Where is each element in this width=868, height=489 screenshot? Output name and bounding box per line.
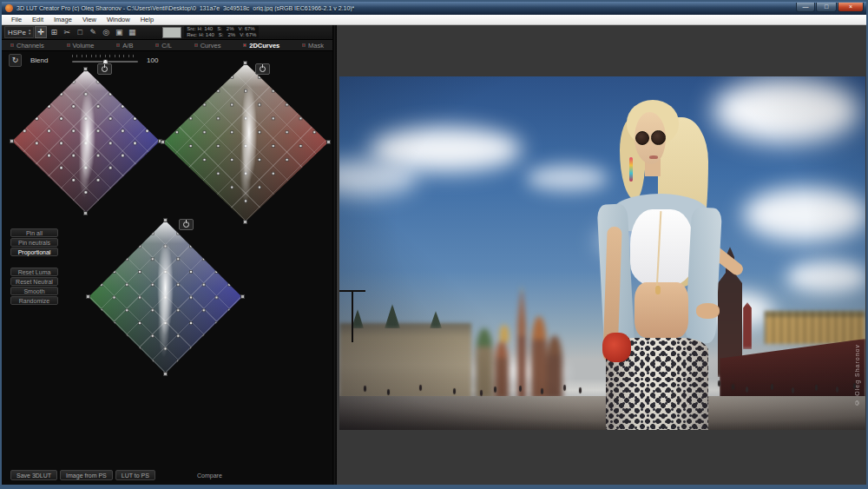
- tab-bullet-icon: [243, 43, 247, 47]
- green-blue-grid-surface[interactable]: [89, 221, 242, 373]
- tab-bar: Channels Volume A/B C/L Curves 2DCurves …: [2, 40, 332, 51]
- power-toggle-red-blue[interactable]: [97, 63, 112, 75]
- blend-value: 100: [147, 56, 158, 64]
- watermark: © Oleg Sharonov: [854, 344, 860, 406]
- proportional-button[interactable]: Proportional: [10, 248, 58, 256]
- menu-view[interactable]: View: [77, 16, 102, 23]
- power-icon: [102, 66, 108, 72]
- grid-handle[interactable]: [163, 218, 168, 222]
- power-toggle-green-blue[interactable]: [179, 219, 194, 230]
- color-readout: Src: H: 140 S: 2% V: 67% Rec: H: 140 S: …: [184, 26, 259, 38]
- mode-spinner[interactable]: ▴ ▾: [29, 29, 30, 36]
- randomize-button[interactable]: Randomize: [10, 296, 58, 305]
- image-from-ps-button[interactable]: Image from PS: [60, 470, 113, 480]
- move-tool-icon[interactable]: ✛: [35, 26, 47, 38]
- menu-file[interactable]: File: [6, 16, 27, 23]
- close-button[interactable]: ×: [838, 3, 864, 12]
- source-hsv-readout: Src: H: 140 S: 2% V: 67%: [187, 26, 256, 32]
- red-blue-grid-surface[interactable]: [12, 69, 160, 213]
- lut-to-ps-button[interactable]: LUT to PS: [115, 470, 155, 480]
- tab-2dcurves[interactable]: 2DCurves: [243, 42, 279, 50]
- pin-buttons-group: Pin all Pin neutrals Proportional Reset …: [10, 228, 58, 306]
- menu-bar: File Edit Image View Window Help: [2, 15, 866, 25]
- mode-label: HSPe: [8, 29, 26, 36]
- tab-curves[interactable]: Curves: [194, 42, 221, 50]
- window-title: 3D LUT Creator Pro (c) Oleg Sharonov - C…: [16, 5, 354, 11]
- grid-handle[interactable]: [163, 372, 168, 376]
- tab-bullet-icon: [67, 43, 70, 47]
- tab-bullet-icon: [302, 43, 306, 47]
- power-icon: [183, 221, 189, 228]
- menu-edit[interactable]: Edit: [27, 16, 49, 23]
- reset-luma-button[interactable]: Reset Luma: [10, 268, 58, 276]
- tab-bullet-icon: [194, 43, 198, 47]
- minimize-button[interactable]: —: [796, 3, 815, 12]
- preview-panel: © Oleg Sharonov: [337, 25, 866, 485]
- grid-handle[interactable]: [326, 140, 331, 144]
- mode-selector[interactable]: HSPe ▴ ▾: [4, 26, 34, 38]
- tab-mask[interactable]: Mask: [302, 42, 324, 50]
- image-preview[interactable]: © Oleg Sharonov: [339, 76, 865, 430]
- green-red-grid-surface[interactable]: [163, 63, 328, 221]
- photo-vignette: [339, 76, 865, 430]
- pin-neutrals-button[interactable]: Pin neutrals: [10, 238, 58, 247]
- color-swatch: [162, 27, 181, 38]
- grid-tool-icon[interactable]: ▦: [126, 26, 138, 38]
- eyedropper-tool-icon[interactable]: ✎: [87, 26, 99, 38]
- marquee-tool-icon[interactable]: □: [74, 26, 86, 38]
- app-window: 3D LUT Creator Pro (c) Oleg Sharonov - C…: [0, 0, 868, 489]
- result-hsv-readout: Rec: H: 140 S: 2% V: 67%: [187, 32, 256, 38]
- maximize-button[interactable]: □: [816, 3, 837, 12]
- bottom-bar: Save 3DLUT Image from PS LUT to PS Compa…: [2, 466, 332, 485]
- grid-handle[interactable]: [83, 211, 88, 215]
- tab-bullet-icon: [10, 43, 14, 47]
- tab-channels[interactable]: Channels: [10, 42, 44, 50]
- app-icon: [5, 4, 13, 12]
- green-blue-grid[interactable]: [89, 221, 242, 373]
- compare-label[interactable]: Compare: [197, 472, 222, 479]
- grid-handle[interactable]: [243, 220, 247, 224]
- power-icon: [260, 66, 266, 72]
- spinner-down-icon[interactable]: ▾: [29, 32, 30, 36]
- reset-neutral-button[interactable]: Reset Neutral: [10, 277, 58, 286]
- red-blue-grid[interactable]: [12, 69, 160, 213]
- menu-image[interactable]: Image: [49, 16, 77, 23]
- menu-window[interactable]: Window: [102, 16, 135, 23]
- menu-help[interactable]: Help: [135, 16, 159, 23]
- grid-handle[interactable]: [240, 294, 245, 299]
- blend-label: Blend: [30, 56, 55, 64]
- tab-ab[interactable]: A/B: [116, 42, 133, 50]
- zoom-tool-icon[interactable]: ◎: [100, 26, 112, 38]
- grid-handle[interactable]: [83, 67, 88, 71]
- grid-handle[interactable]: [86, 294, 90, 299]
- grid-handle[interactable]: [161, 140, 165, 144]
- green-red-grid[interactable]: [163, 63, 328, 221]
- title-bar[interactable]: 3D LUT Creator Pro (c) Oleg Sharonov - C…: [2, 2, 866, 15]
- tab-cl[interactable]: C/L: [155, 42, 172, 50]
- crop-tool-icon[interactable]: ▣: [113, 26, 125, 38]
- save-3dlut-button[interactable]: Save 3DLUT: [10, 470, 57, 480]
- pin-all-button[interactable]: Pin all: [10, 228, 58, 237]
- reset-blend-icon[interactable]: ↻: [9, 54, 22, 67]
- cut-tool-icon[interactable]: ✂: [61, 26, 73, 38]
- tab-volume[interactable]: Volume: [67, 42, 95, 50]
- curves-canvas: Pin all Pin neutrals Proportional Reset …: [2, 69, 332, 485]
- tab-bullet-icon: [155, 43, 159, 47]
- toolbar: HSPe ▴ ▾ ✛ ⊞ ✂ □ ✎ ◎ ▣ ▦ Src: H: 140 S: …: [2, 25, 332, 40]
- smooth-button[interactable]: Smooth: [10, 287, 58, 295]
- expand-tool-icon[interactable]: ⊞: [48, 26, 60, 38]
- power-toggle-green-red[interactable]: [255, 63, 270, 75]
- grid-handle[interactable]: [243, 61, 247, 65]
- slider-ticks: [72, 55, 138, 57]
- grid-handle[interactable]: [10, 139, 14, 143]
- tab-bullet-icon: [116, 43, 120, 47]
- tools-panel: HSPe ▴ ▾ ✛ ⊞ ✂ □ ✎ ◎ ▣ ▦ Src: H: 140 S: …: [2, 25, 332, 485]
